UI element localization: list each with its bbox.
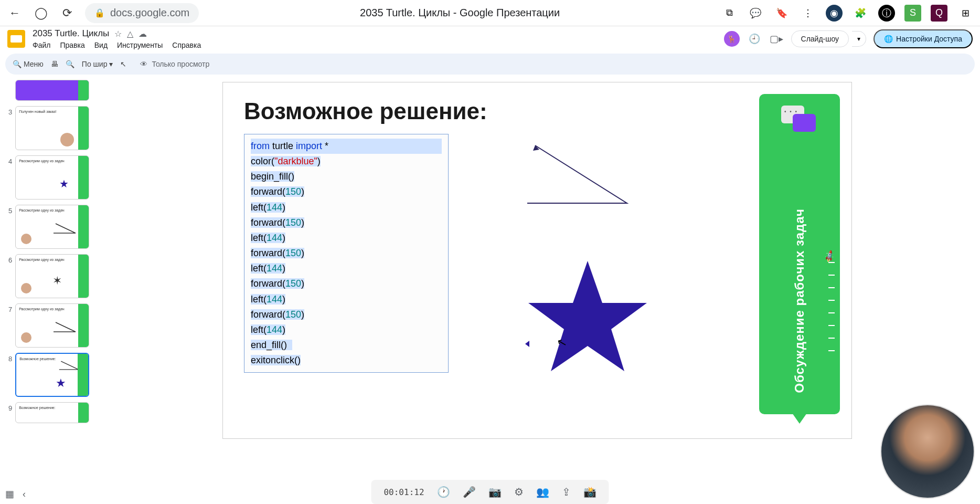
extension-4-icon[interactable]: S — [904, 5, 921, 22]
collaborator-avatar[interactable]: 🦌 — [724, 31, 740, 47]
thumb-number: 5 — [5, 205, 12, 215]
view-only-badge: 👁 Только просмотр — [134, 58, 216, 70]
slide-thumb-5[interactable]: Рассмотрим одну из задач — [15, 205, 89, 249]
thumb-number: 7 — [5, 303, 12, 313]
browser-right-icons: ⧉ 💬 🔖 ⋮ ◉ 🧩 ⓘ S Q ⊞ — [721, 5, 974, 22]
clock-icon[interactable]: 🕐 — [437, 486, 450, 498]
thumb-number: 4 — [5, 155, 12, 165]
address-bar[interactable]: 🔒 docs.google.com — [85, 3, 199, 23]
thumb-number: 3 — [5, 106, 12, 116]
zoom-icon[interactable]: 🔍 — [66, 60, 74, 68]
slideshow-button[interactable]: Слайд-шоу — [791, 30, 849, 47]
star-outline-icon[interactable]: ☆ — [114, 29, 122, 39]
collapse-icon[interactable]: ‹ — [23, 489, 26, 500]
eye-icon: 👁 — [140, 60, 147, 68]
camera-off-icon[interactable]: 📷 — [488, 486, 502, 498]
slide-title: Возможное решение: — [244, 98, 830, 124]
rocket-icon: 🚀 — [823, 249, 837, 263]
back-button[interactable]: ← — [6, 5, 23, 22]
svg-marker-1 — [528, 261, 647, 371]
slide-canvas-area[interactable]: Возможное решение: from turtle import * … — [94, 77, 980, 504]
extension-3-icon[interactable]: ⓘ — [878, 5, 895, 22]
menu-help[interactable]: Справка — [172, 41, 201, 49]
main-area: 3 Получен новый заказ! 4 Рассмотрим одну… — [0, 77, 980, 504]
print-icon[interactable]: 🖶 — [51, 60, 58, 68]
comment-icon[interactable]: 💬 — [747, 5, 764, 22]
slide-thumb-9[interactable]: Возможное решение: — [15, 402, 89, 423]
copy-icon[interactable]: ⧉ — [721, 5, 738, 22]
extensions-menu-icon[interactable]: ⊞ — [957, 5, 974, 22]
mic-icon[interactable]: 🎤 — [463, 486, 476, 498]
angle-diagram — [519, 135, 635, 214]
side-panel: 🚀 Обсуждение рабочих задач — [759, 94, 840, 414]
slide: Возможное решение: from turtle import * … — [222, 82, 852, 439]
menu-bar: Файл Правка Вид Инструменты Справка — [33, 41, 201, 49]
panel-caption: Обсуждение рабочих задач — [792, 208, 807, 393]
pointer-icon[interactable]: ↖ — [120, 60, 126, 68]
thumb-number: 9 — [5, 402, 12, 412]
url-text: docs.google.com — [110, 7, 189, 19]
history-icon[interactable]: 🕘 — [747, 32, 762, 46]
thumb-number: 6 — [5, 254, 12, 264]
cloud-saved-icon: ☁ — [139, 29, 147, 39]
app-header: 2035 Turtle. Циклы ☆ △ ☁ Файл Правка Вид… — [0, 26, 980, 51]
search-menu[interactable]: 🔍 Меню — [13, 60, 44, 68]
webcam-preview[interactable] — [880, 404, 975, 499]
participants-icon[interactable]: 👥 — [536, 486, 549, 498]
more-icon[interactable]: ⋮ — [800, 5, 816, 22]
menu-tools[interactable]: Инструменты — [117, 41, 163, 49]
svg-marker-2 — [525, 341, 529, 347]
share-screen-icon[interactable]: ⇪ — [562, 486, 571, 498]
settings-icon[interactable]: ⚙ — [514, 486, 524, 498]
snapshot-icon[interactable]: 📸 — [583, 486, 596, 498]
zoom-fit-dropdown[interactable]: По шир ▾ — [82, 60, 113, 68]
menu-file[interactable]: Файл — [33, 41, 50, 49]
grid-view-icon[interactable]: ▦ — [5, 488, 14, 500]
yandex-home-button[interactable]: ◯ — [33, 5, 49, 22]
globe-icon: 🌐 — [884, 35, 893, 43]
call-timer: 00:01:12 — [384, 487, 424, 497]
extension-2-icon[interactable]: 🧩 — [852, 5, 869, 22]
bookmark-icon[interactable]: 🔖 — [773, 5, 790, 22]
slide-thumb-8[interactable]: Возможное решение: ★ — [15, 353, 89, 397]
code-block: from turtle import * color("darkblue") b… — [244, 134, 449, 373]
present-camera-icon[interactable]: ▢▸ — [769, 32, 784, 46]
menu-view[interactable]: Вид — [94, 41, 108, 49]
menu-edit[interactable]: Правка — [60, 41, 84, 49]
move-icon[interactable]: △ — [127, 29, 133, 39]
document-title[interactable]: 2035 Turtle. Циклы — [33, 28, 109, 39]
slide-thumb-2[interactable] — [15, 80, 89, 101]
lock-icon: 🔒 — [94, 8, 105, 18]
browser-toolbar: ← ◯ ⟳ 🔒 docs.google.com 2035 Turtle. Цик… — [0, 0, 980, 26]
slide-thumb-6[interactable]: Рассмотрим одну из задач ✶ — [15, 254, 89, 298]
conference-toolbar: 00:01:12 🕐 🎤 📷 ⚙ 👥 ⇪ 📸 — [371, 480, 609, 504]
slide-thumb-4[interactable]: Рассмотрим одну из задач ★ — [15, 155, 89, 200]
slideshow-dropdown[interactable]: ▾ — [852, 31, 866, 47]
star-shape — [522, 256, 653, 376]
extension-1-icon[interactable]: ◉ — [826, 5, 843, 22]
slides-logo-icon[interactable] — [7, 30, 25, 48]
slide-thumb-3[interactable]: Получен новый заказ! — [15, 106, 89, 150]
tab-title: 2035 Turtle. Циклы - Google Презентации — [208, 7, 711, 19]
thumbnail-panel[interactable]: 3 Получен новый заказ! 4 Рассмотрим одну… — [0, 77, 94, 504]
reload-button[interactable]: ⟳ — [59, 5, 76, 22]
slide-thumb-7[interactable]: Рассмотрим одну из задач — [15, 303, 89, 348]
share-button[interactable]: 🌐 Настройки Доступа — [874, 29, 973, 48]
ruler-decoration — [828, 262, 837, 398]
thumb-number: 8 — [5, 353, 12, 363]
chat-icon — [781, 106, 818, 132]
extension-5-icon[interactable]: Q — [931, 5, 947, 22]
secondary-toolbar: 🔍 Меню 🖶 🔍 По шир ▾ ↖ 👁 Только просмотр — [5, 54, 975, 75]
